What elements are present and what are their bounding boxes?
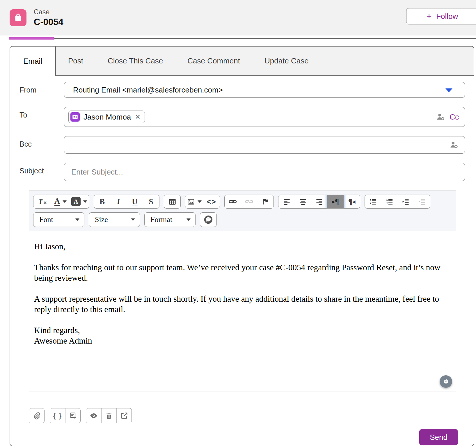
table-group (164, 195, 181, 209)
body-paragraph: Kind regards, (34, 325, 450, 335)
insert-table-button[interactable] (164, 195, 180, 208)
format-select[interactable]: Format (144, 212, 196, 227)
align-right-button[interactable] (311, 195, 327, 208)
insert-group: { } (50, 408, 81, 423)
font-select[interactable]: Font (33, 212, 84, 227)
quick-text-button[interactable] (200, 212, 217, 227)
record-tab-indicator (0, 35, 476, 46)
publisher-panel: Email Post Close This Case Case Comment … (10, 46, 474, 446)
format-clear-color-group: T ✕ A A (33, 195, 89, 209)
underline-button[interactable]: U (127, 195, 143, 208)
preview-button[interactable] (86, 408, 101, 423)
recipient-pill[interactable]: Jason Momoa ✕ (68, 111, 145, 123)
trash-icon (105, 412, 113, 420)
attach-file-button[interactable] (29, 408, 44, 423)
highlight-color-button[interactable]: A (70, 195, 89, 208)
record-header: Case C-0054 + Follow (0, 0, 476, 35)
add-person-icon[interactable] (436, 112, 445, 122)
insert-link-button[interactable] (225, 195, 241, 208)
media-group: <> (185, 195, 220, 209)
preview-group (86, 408, 132, 423)
bold-button[interactable]: B (94, 195, 110, 208)
from-field[interactable]: Routing Email <mariel@salesforceben.com> (64, 82, 465, 98)
body-paragraph: Hi Jason, (34, 241, 450, 252)
indent-button[interactable] (397, 195, 414, 208)
body-paragraph (34, 314, 450, 325)
editor-toolbar: T ✕ A A B (29, 191, 456, 231)
from-label: From (19, 82, 64, 98)
svg-text:1: 1 (386, 198, 388, 201)
align-right-icon (315, 198, 323, 206)
chevron-down-icon (187, 218, 191, 221)
composer-actions: { } (29, 408, 456, 423)
from-value: Routing Email <mariel@salesforceben.com> (73, 86, 223, 95)
bcc-field[interactable] (64, 136, 465, 154)
body-paragraph: Thanks for reaching out to our support t… (34, 262, 450, 283)
text-color-button[interactable]: A (51, 195, 70, 208)
flag-button[interactable] (257, 195, 273, 208)
subject-row: Subject (19, 163, 465, 181)
align-left-button[interactable] (278, 195, 295, 208)
from-row: From Routing Email <mariel@salesforceben… (19, 82, 465, 98)
numbered-list-button[interactable]: 1 2 (381, 195, 397, 208)
follow-button[interactable]: + Follow (406, 8, 476, 24)
add-person-icon[interactable] (449, 140, 459, 150)
image-icon (187, 198, 195, 206)
insert-template-button[interactable] (65, 408, 80, 423)
remove-link-button[interactable] (241, 195, 257, 208)
plus-icon: + (427, 12, 432, 21)
to-field[interactable]: Jason Momoa ✕ Cc (64, 107, 465, 127)
numbered-list-icon: 1 2 (385, 198, 393, 206)
chevron-down-icon (198, 200, 202, 203)
paragraph-ltr-button[interactable]: ▶ ¶ (327, 195, 344, 208)
remove-recipient-icon[interactable]: ✕ (135, 113, 141, 120)
outdent-icon (418, 198, 426, 206)
einstein-assistant-button[interactable] (440, 375, 452, 388)
size-select[interactable]: Size (89, 212, 140, 227)
bullet-list-icon (369, 198, 377, 206)
subject-input[interactable] (64, 163, 465, 181)
paragraph-rtl-button[interactable]: ¶ ◀ (344, 195, 360, 208)
tab-close-this-case[interactable]: Close This Case (95, 47, 175, 75)
pop-out-button[interactable] (116, 408, 132, 423)
outdent-button[interactable] (414, 195, 430, 208)
case-icon (10, 9, 26, 26)
tab-email[interactable]: Email (10, 47, 56, 76)
delete-draft-button[interactable] (101, 408, 116, 423)
chat-bubble-icon (203, 215, 213, 225)
insert-image-button[interactable] (185, 195, 203, 208)
bullet-list-button[interactable] (365, 195, 381, 208)
strikethrough-button[interactable]: S (143, 195, 159, 208)
align-center-button[interactable] (295, 195, 311, 208)
cc-link[interactable]: Cc (450, 113, 459, 122)
chevron-down-icon (63, 200, 67, 203)
align-left-icon (283, 198, 291, 206)
alignment-group: ▶ ¶ ¶ ◀ (278, 195, 360, 209)
active-tab-underline (9, 37, 54, 40)
paperclip-icon (33, 412, 41, 420)
tab-post[interactable]: Post (56, 47, 95, 75)
body-paragraph: A support representative will be in touc… (34, 294, 450, 314)
chevron-down-icon (131, 218, 135, 221)
body-paragraph (34, 283, 450, 294)
tab-update-case[interactable]: Update Case (252, 47, 321, 75)
body-paragraph: Awesome Admin (34, 335, 450, 346)
svg-text:2: 2 (386, 202, 388, 205)
code-view-button[interactable]: <> (203, 195, 220, 208)
remove-format-button[interactable]: T ✕ (33, 195, 51, 208)
merge-field-button[interactable]: { } (50, 408, 65, 423)
bcc-input[interactable] (64, 136, 449, 153)
subject-field[interactable] (64, 163, 465, 181)
italic-button[interactable]: I (110, 195, 127, 208)
follow-label: Follow (436, 12, 458, 21)
send-button[interactable]: Send (419, 429, 458, 445)
publisher-tabs: Email Post Close This Case Case Comment … (10, 47, 474, 76)
entity-label: Case (34, 8, 63, 16)
tab-case-comment[interactable]: Case Comment (175, 47, 252, 75)
chevron-down-icon (83, 200, 87, 203)
align-center-icon (299, 198, 307, 206)
chevron-down-icon[interactable] (445, 88, 452, 92)
flag-icon (262, 198, 269, 205)
bcc-row: Bcc (19, 136, 465, 154)
email-body-editor[interactable]: Hi Jason, Thanks for reaching out to our… (29, 231, 456, 392)
